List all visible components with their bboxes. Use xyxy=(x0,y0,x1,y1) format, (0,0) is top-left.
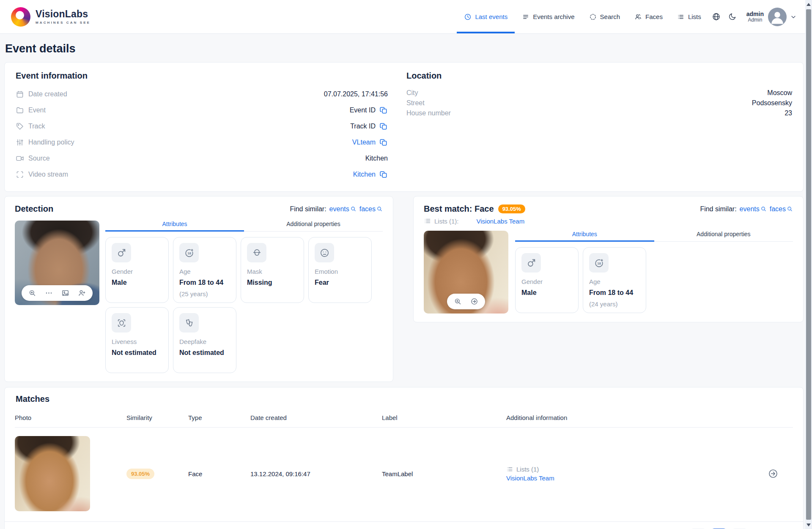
column-header-type: Type xyxy=(188,414,250,421)
attribute-label: Gender xyxy=(521,278,572,285)
copy-icon[interactable] xyxy=(379,138,388,147)
zoom-in-icon[interactable] xyxy=(28,289,36,297)
detection-photo[interactable] xyxy=(15,221,99,305)
attribute-card-gender: Gender Male xyxy=(105,237,169,303)
find-similar-events-link[interactable]: events xyxy=(329,205,357,213)
location-row-city: City Moscow xyxy=(406,89,792,97)
liveness-scan-icon xyxy=(112,313,131,333)
attribute-subvalue: (24 years) xyxy=(589,300,640,308)
info-row-event: Event Event ID xyxy=(16,105,388,115)
info-label: Source xyxy=(28,155,50,162)
attribute-card-emotion: Emotion Fear xyxy=(308,237,372,303)
attribute-label: Gender xyxy=(112,268,162,275)
video-stream-corners-icon xyxy=(16,170,24,179)
more-options-icon[interactable] xyxy=(45,289,53,297)
match-table-row[interactable]: 93.05% Face 13.12.2024, 09:16:47 TeamLab… xyxy=(15,428,793,520)
find-similar-faces-link[interactable]: faces xyxy=(770,205,793,213)
vertical-scrollbar[interactable] xyxy=(805,0,812,529)
nav-tab-label: Search xyxy=(600,13,620,20)
similarity-pill: 93.05% xyxy=(126,469,154,479)
age-icon-number: 18 xyxy=(187,251,191,255)
avatar[interactable] xyxy=(768,8,787,26)
matches-card: Matches Photo Similarity Type Date creat… xyxy=(4,387,804,529)
match-additional-info: Lists (1) VisionLabs Team xyxy=(506,466,753,482)
copy-icon[interactable] xyxy=(379,122,388,131)
find-similar-faces-text: faces xyxy=(359,205,376,213)
nav-tab-last-events[interactable]: Last events xyxy=(457,0,515,33)
copy-icon[interactable] xyxy=(379,106,388,115)
age-18plus-icon: 18 xyxy=(589,253,609,273)
location-value: Podsosensky xyxy=(752,99,792,107)
nav-tab-lists[interactable]: Lists xyxy=(670,0,708,33)
zoom-in-icon[interactable] xyxy=(454,297,462,305)
best-match-tabs: Attributes Additional properties xyxy=(515,231,793,242)
attribute-value: From 18 to 44 xyxy=(589,289,640,297)
nav-tab-faces[interactable]: Faces xyxy=(627,0,670,33)
sliders-icon xyxy=(16,138,24,147)
chevron-down-icon xyxy=(790,14,797,20)
user-menu-chevron[interactable] xyxy=(790,14,797,20)
attribute-card-deepfake: Deepfake Not estimated xyxy=(173,307,236,373)
info-value: Kitchen xyxy=(365,155,388,162)
info-label: Track xyxy=(28,123,45,130)
user-role: Admin xyxy=(748,17,762,23)
nav-tab-label: Last events xyxy=(475,13,508,20)
lists-team-link[interactable]: VisionLabs Team xyxy=(477,218,525,225)
attribute-card-liveness: Liveness Not estimated xyxy=(105,307,169,373)
language-globe-button[interactable] xyxy=(708,9,724,25)
attribute-value: Male xyxy=(521,289,572,297)
scrollbar-thumb[interactable] xyxy=(806,9,811,520)
nav-tab-search[interactable]: Search xyxy=(582,0,628,33)
video-stream-link[interactable]: Kitchen xyxy=(353,171,376,178)
scrollbar-up-arrow[interactable] xyxy=(805,1,812,8)
handling-policy-link[interactable]: VLteam xyxy=(352,139,376,146)
tab-attributes[interactable]: Attributes xyxy=(105,221,244,231)
brand-logo[interactable]: VisionLabs MACHINES CAN SEE xyxy=(11,7,91,27)
find-similar-faces-link[interactable]: faces xyxy=(359,205,383,213)
dark-mode-button[interactable] xyxy=(724,9,741,25)
moon-icon xyxy=(728,12,737,21)
visionlabs-logo-icon xyxy=(11,7,30,27)
nav-tab-events-archive[interactable]: Events archive xyxy=(515,0,582,33)
tab-additional-properties[interactable]: Additional properties xyxy=(244,221,383,231)
detection-card: Detection Find similar: events faces xyxy=(4,196,393,382)
lists-icon xyxy=(506,466,513,473)
location-label: House number xyxy=(406,109,451,117)
search-icon xyxy=(760,206,767,212)
match-photo[interactable] xyxy=(15,436,90,511)
attribute-value: Male xyxy=(112,279,162,286)
nav-tab-label: Events archive xyxy=(533,13,574,20)
find-similar-events-link[interactable]: events xyxy=(740,205,767,213)
attribute-subvalue: (25 years) xyxy=(179,290,230,297)
scrollbar-down-arrow[interactable] xyxy=(805,521,812,528)
main-nav: Last events Events archive Search Faces xyxy=(457,0,797,33)
find-similar-events-text: events xyxy=(329,205,349,213)
best-match-card: Best match: Face 93.05% Find similar: ev… xyxy=(413,196,804,322)
location-label: Street xyxy=(406,99,425,107)
lists-icon xyxy=(424,217,434,225)
pagination: 1 10 xyxy=(5,521,803,529)
column-header-photo: Photo xyxy=(15,414,126,421)
tab-additional-properties[interactable]: Additional properties xyxy=(654,231,793,241)
match-lists-team-link[interactable]: VisionLabs Team xyxy=(506,474,753,482)
info-label: Video stream xyxy=(28,171,68,178)
full-image-icon[interactable] xyxy=(61,289,69,297)
clock-icon xyxy=(464,13,472,21)
go-to-face-icon[interactable] xyxy=(470,297,478,305)
attribute-value: Fear xyxy=(315,279,365,286)
add-person-icon[interactable] xyxy=(78,289,86,297)
copy-icon[interactable] xyxy=(379,170,388,179)
best-match-lists-row: Lists (1): VisionLabs Team xyxy=(424,217,793,225)
faces-people-icon xyxy=(634,13,642,21)
attribute-card-gender: Gender Male xyxy=(515,247,579,313)
deepfake-masks-icon xyxy=(179,313,199,333)
open-match-button[interactable] xyxy=(753,468,793,479)
search-icon xyxy=(350,206,357,212)
info-row-video-stream: Video stream Kitchen xyxy=(16,169,388,180)
tab-attributes[interactable]: Attributes xyxy=(515,231,654,241)
find-similar-faces-text: faces xyxy=(770,205,786,213)
location-label: City xyxy=(406,89,418,97)
best-match-photo[interactable] xyxy=(424,231,508,314)
nav-tab-label: Faces xyxy=(645,13,663,20)
location-row-house-number: House number 23 xyxy=(406,109,792,117)
